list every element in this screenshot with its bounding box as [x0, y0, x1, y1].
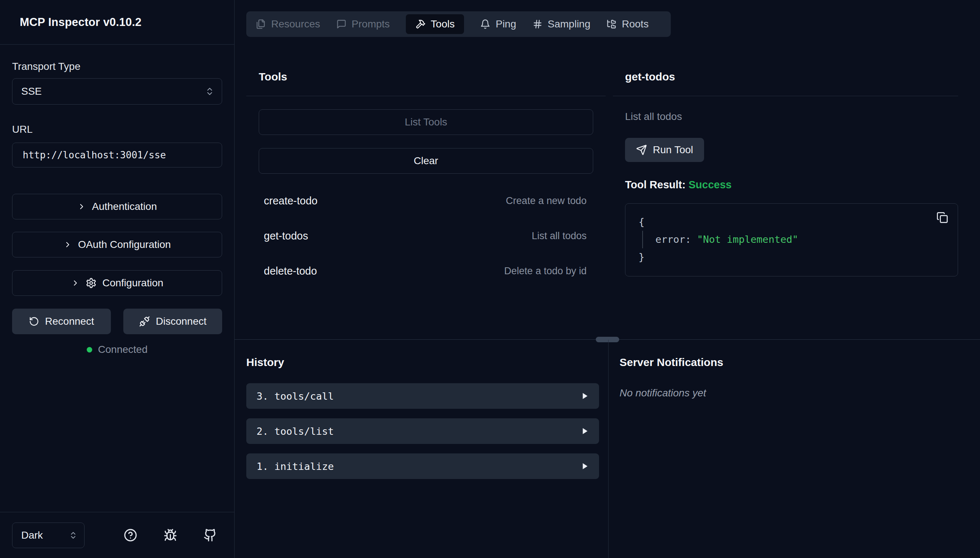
configuration-button[interactable]: Configuration — [12, 270, 222, 296]
tool-list: create-todo Create a new todo get-todos … — [259, 183, 592, 289]
code-value: "Not implemented" — [697, 234, 798, 245]
sidebar-header: MCP Inspector v0.10.2 — [0, 0, 234, 44]
url-input[interactable] — [12, 143, 222, 167]
footer-icons — [124, 528, 217, 542]
authentication-label: Authentication — [92, 201, 157, 212]
result-code-block: { error: "Not implemented" } — [625, 203, 958, 276]
disconnect-button[interactable]: Disconnect — [123, 309, 222, 334]
status-dot — [87, 347, 92, 353]
run-tool-button[interactable]: Run Tool — [625, 138, 704, 162]
github-button[interactable] — [204, 528, 217, 542]
authentication-button[interactable]: Authentication — [12, 194, 222, 219]
connection-buttons-row: Reconnect Disconnect — [12, 309, 222, 334]
tool-result-label: Tool Result: — [625, 179, 686, 190]
url-label: URL — [12, 123, 222, 135]
disconnect-label: Disconnect — [156, 315, 207, 327]
tool-result-status: Success — [688, 179, 732, 190]
bug-icon — [164, 528, 177, 542]
history-item-initialize[interactable]: 1. initialize — [246, 453, 599, 479]
chevron-right-icon — [63, 240, 72, 249]
chevron-right-icon — [77, 202, 86, 211]
vertical-split-divider — [608, 340, 608, 558]
transport-type-select[interactable]: SSE — [12, 78, 222, 105]
code-close-brace: } — [639, 248, 944, 266]
theme-value: Dark — [21, 530, 43, 541]
transport-type-label: Transport Type — [12, 61, 222, 72]
app-title: MCP Inspector v0.10.2 — [20, 16, 141, 29]
transport-type-value: SSE — [21, 85, 42, 97]
connection-status: Connected — [12, 344, 222, 355]
reconnect-label: Reconnect — [45, 315, 94, 327]
sidebar-content: Transport Type SSE URL Authentication OA… — [0, 44, 234, 355]
copy-button[interactable] — [936, 212, 948, 223]
sidebar-footer: Dark — [0, 512, 234, 558]
history-title: History — [246, 356, 599, 369]
rotate-ccw-icon — [29, 316, 39, 327]
notifications-empty-text: No notifications yet — [620, 387, 964, 399]
panel-resize-handle[interactable] — [596, 337, 619, 342]
status-label: Connected — [98, 344, 148, 355]
chevron-right-icon — [71, 279, 80, 287]
tool-row-delete-todo[interactable]: delete-todo Delete a todo by id — [259, 253, 592, 289]
configuration-label: Configuration — [102, 277, 164, 289]
run-tool-label: Run Tool — [653, 144, 693, 156]
copy-icon — [936, 212, 948, 223]
oauth-configuration-button[interactable]: OAuth Configuration — [12, 232, 222, 258]
tool-name: create-todo — [264, 195, 317, 207]
history-item-tools-call[interactable]: 3. tools/call — [246, 383, 599, 409]
play-icon — [581, 462, 589, 470]
notifications-title: Server Notifications — [620, 356, 964, 369]
oauth-configuration-label: OAuth Configuration — [78, 239, 171, 251]
history-item-label: 3. tools/call — [257, 391, 334, 402]
play-icon — [581, 392, 589, 400]
github-icon — [204, 528, 217, 542]
history-list: 3. tools/call 2. tools/list 1. initializ… — [246, 383, 599, 479]
tool-name: get-todos — [264, 230, 308, 242]
sidebar: MCP Inspector v0.10.2 Transport Type SSE… — [0, 0, 235, 558]
detail-title: get-todos — [625, 70, 958, 84]
chevrons-up-down-icon — [205, 87, 214, 96]
history-item-label: 2. tools/list — [257, 426, 334, 437]
play-icon — [581, 427, 589, 435]
detail-description: List all todos — [625, 111, 958, 123]
history-panel: History 3. tools/call 2. tools/list 1. i… — [246, 340, 599, 479]
detail-panel-divider — [613, 96, 958, 96]
clear-button[interactable]: Clear — [259, 148, 593, 174]
tools-panel-title: Tools — [259, 70, 606, 84]
tools-panel: Tools List Tools Clear create-todo Creat… — [246, 0, 606, 289]
list-tools-button[interactable]: List Tools — [259, 109, 593, 135]
tool-name: delete-todo — [264, 265, 317, 277]
tool-row-create-todo[interactable]: create-todo Create a new todo — [259, 183, 592, 218]
tool-result-line: Tool Result: Success — [625, 179, 958, 191]
reconnect-button[interactable]: Reconnect — [12, 309, 111, 334]
history-item-label: 1. initialize — [257, 461, 334, 472]
tools-panel-divider — [246, 96, 606, 96]
gear-icon — [86, 277, 97, 289]
code-line: error: "Not implemented" — [642, 231, 944, 248]
tool-description: List all todos — [532, 230, 587, 242]
history-item-tools-list[interactable]: 2. tools/list — [246, 419, 599, 444]
theme-select[interactable]: Dark — [12, 522, 84, 548]
send-icon — [636, 144, 647, 156]
tool-description: Delete a todo by id — [504, 266, 587, 277]
unplug-icon — [139, 316, 150, 327]
tool-detail-panel: get-todos List all todos Run Tool Tool R… — [613, 0, 958, 276]
tool-description: Create a new todo — [506, 195, 587, 207]
server-notifications-panel: Server Notifications No notifications ye… — [620, 340, 964, 399]
bug-report-button[interactable] — [164, 528, 177, 542]
help-button[interactable] — [124, 528, 137, 542]
help-circle-icon — [124, 528, 137, 542]
chevrons-up-down-icon — [69, 531, 77, 540]
code-key: error: — [655, 234, 691, 245]
tool-row-get-todos[interactable]: get-todos List all todos — [259, 218, 592, 253]
code-open-brace: { — [639, 213, 944, 231]
